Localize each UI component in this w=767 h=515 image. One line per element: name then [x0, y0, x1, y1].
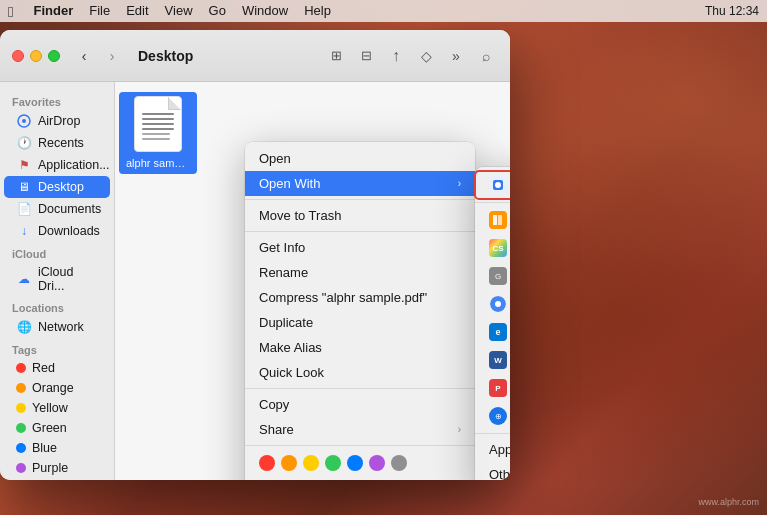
- recents-icon: 🕐: [16, 135, 32, 151]
- zoom-button[interactable]: [48, 50, 60, 62]
- sidebar-item-tag-purple[interactable]: Purple: [4, 458, 110, 478]
- watermark: www.alphr.com: [698, 497, 759, 507]
- menu-file[interactable]: File: [81, 0, 118, 22]
- submenu-item-books[interactable]: Books: [475, 206, 510, 234]
- open-with-submenu: Preview (default) Books CS: [475, 167, 510, 480]
- menu-item-open[interactable]: Open: [245, 146, 475, 171]
- minimize-button[interactable]: [30, 50, 42, 62]
- sidebar-item-airdrop[interactable]: AirDrop: [4, 110, 110, 132]
- submenu-item-word[interactable]: W Microsoft Word: [475, 346, 510, 374]
- menu-edit[interactable]: Edit: [118, 0, 156, 22]
- downloads-icon: ↓: [16, 223, 32, 239]
- share-icon[interactable]: ↑: [384, 44, 408, 68]
- submenu-item-edge[interactable]: e Microsoft Edge: [475, 318, 510, 346]
- menu-item-share[interactable]: Share ›: [245, 417, 475, 442]
- main-content: alphr sample... Open Open With ›: [115, 82, 510, 480]
- close-button[interactable]: [12, 50, 24, 62]
- tag-dot-blue: [16, 443, 26, 453]
- color-tag-red[interactable]: [259, 455, 275, 471]
- sidebar-item-tag-red[interactable]: Red: [4, 358, 110, 378]
- menu-item-label: Compress "alphr sample.pdf": [259, 290, 427, 305]
- menu-help[interactable]: Help: [296, 0, 339, 22]
- color-tag-gray[interactable]: [391, 455, 407, 471]
- menu-separator-2: [245, 231, 475, 232]
- menu-item-label: Make Alias: [259, 340, 322, 355]
- share-submenu-chevron: ›: [458, 424, 461, 435]
- apple-menu[interactable]: : [8, 3, 13, 20]
- menu-finder[interactable]: Finder: [25, 0, 81, 22]
- menu-item-duplicate[interactable]: Duplicate: [245, 310, 475, 335]
- tag-label: Orange: [32, 381, 74, 395]
- sidebar-item-tag-blue[interactable]: Blue: [4, 438, 110, 458]
- sidebar-item-tag-green[interactable]: Green: [4, 418, 110, 438]
- tag-icon[interactable]: ◇: [414, 44, 438, 68]
- menu-item-rename[interactable]: Rename: [245, 260, 475, 285]
- sidebar-item-icloud[interactable]: ☁ iCloud Dri...: [4, 262, 110, 296]
- menu-go[interactable]: Go: [201, 0, 234, 22]
- sidebar-item-documents[interactable]: 📄 Documents: [4, 198, 110, 220]
- menu-item-trash[interactable]: Move to Trash: [245, 203, 475, 228]
- network-icon: 🌐: [16, 319, 32, 335]
- submenu-item-preview[interactable]: Preview (default): [475, 171, 510, 199]
- icloud-label: iCloud: [0, 242, 114, 262]
- color-tag-yellow[interactable]: [303, 455, 319, 471]
- color-tag-green[interactable]: [325, 455, 341, 471]
- menu-view[interactable]: View: [157, 0, 201, 22]
- submenu-item-other[interactable]: Other...: [475, 462, 510, 480]
- preview-icon: [489, 176, 507, 194]
- view-icon[interactable]: ⊞: [324, 44, 348, 68]
- file-label: alphr sample...: [123, 156, 193, 170]
- back-button[interactable]: ‹: [74, 46, 94, 66]
- sidebar-item-tag-orange[interactable]: Orange: [4, 378, 110, 398]
- menu-separator-4: [245, 445, 475, 446]
- file-icon: [134, 96, 182, 152]
- color-tag-purple[interactable]: [369, 455, 385, 471]
- color-tags-row: [245, 449, 475, 477]
- submenu-item-chrome[interactable]: Google Chrome: [475, 290, 510, 318]
- tag-dot-yellow: [16, 403, 26, 413]
- more-icon[interactable]: »: [444, 44, 468, 68]
- menu-bar-right: Thu 12:34: [705, 4, 759, 18]
- sidebar-item-applications[interactable]: ⚑ Application...: [4, 154, 110, 176]
- search-icon[interactable]: ⌕: [474, 44, 498, 68]
- traffic-lights: [12, 50, 60, 62]
- menu-window[interactable]: Window: [234, 0, 296, 22]
- sidebar-item-network[interactable]: 🌐 Network: [4, 316, 110, 338]
- finder-window: ‹ › Desktop ⊞ ⊟ ↑ ◇ » ⌕ Favorites AirDro…: [0, 30, 510, 480]
- menu-item-copy[interactable]: Copy: [245, 392, 475, 417]
- view-toggle-icon[interactable]: ⊟: [354, 44, 378, 68]
- menu-item-open-with[interactable]: Open With › Preview (default): [245, 171, 475, 196]
- forward-button[interactable]: ›: [102, 46, 122, 66]
- sidebar-item-tag-yellow[interactable]: Yellow: [4, 398, 110, 418]
- submenu-item-safari[interactable]: ⊕ Safari: [475, 402, 510, 430]
- sidebar-item-label: Application...: [38, 158, 110, 172]
- submenu-item-colorsync[interactable]: CS ColorSync Utility: [475, 234, 510, 262]
- menu-item-tags[interactable]: Tags...: [245, 477, 475, 480]
- color-tag-blue[interactable]: [347, 455, 363, 471]
- sidebar-item-downloads[interactable]: ↓ Downloads: [4, 220, 110, 242]
- submenu-item-appstore[interactable]: App Store...: [475, 437, 510, 462]
- word-icon: W: [489, 351, 507, 369]
- submenu-item-gimp[interactable]: G GIMP-2.10: [475, 262, 510, 290]
- submenu-item-pdfreader[interactable]: P PDF Reader: [475, 374, 510, 402]
- menu-item-compress[interactable]: Compress "alphr sample.pdf": [245, 285, 475, 310]
- sidebar-item-recents[interactable]: 🕐 Recents: [4, 132, 110, 154]
- svg-rect-4: [493, 215, 497, 225]
- menu-item-getinfo[interactable]: Get Info: [245, 235, 475, 260]
- chrome-icon: [489, 295, 507, 313]
- desktop-icon: 🖥: [16, 179, 32, 195]
- airdrop-icon: [16, 113, 32, 129]
- menu-item-alias[interactable]: Make Alias: [245, 335, 475, 360]
- sidebar-item-label: Recents: [38, 136, 84, 150]
- sidebar-item-desktop[interactable]: 🖥 Desktop: [4, 176, 110, 198]
- svg-point-1: [22, 119, 26, 123]
- file-item[interactable]: alphr sample...: [119, 92, 197, 174]
- docs-icon: 📄: [16, 201, 32, 217]
- tag-dot-red: [16, 363, 26, 373]
- window-title: Desktop: [138, 48, 193, 64]
- menu-item-label: Duplicate: [259, 315, 313, 330]
- edge-icon: e: [489, 323, 507, 341]
- menu-item-quicklook[interactable]: Quick Look: [245, 360, 475, 385]
- icloud-icon: ☁: [16, 271, 32, 287]
- color-tag-orange[interactable]: [281, 455, 297, 471]
